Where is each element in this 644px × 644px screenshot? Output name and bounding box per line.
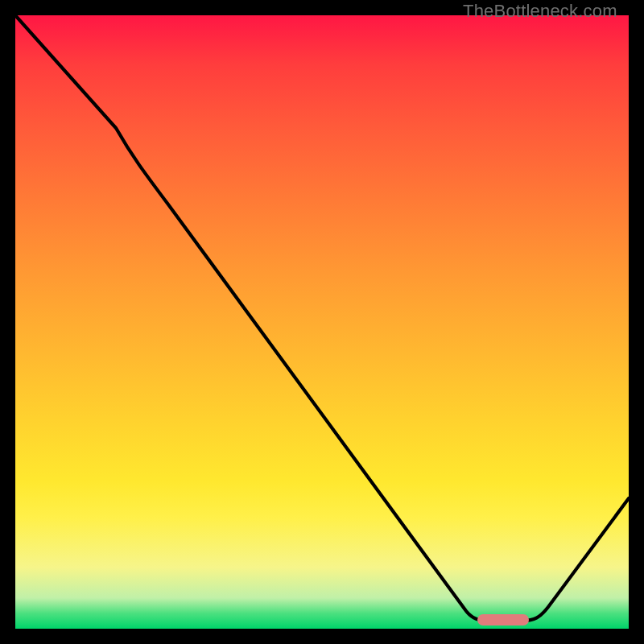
chart-frame [15, 15, 629, 629]
bottleneck-curve [15, 15, 629, 629]
optimal-range-marker [477, 614, 529, 625]
bottleneck-curve-path [15, 15, 629, 621]
watermark-text: TheBottleneck.com [463, 1, 644, 22]
